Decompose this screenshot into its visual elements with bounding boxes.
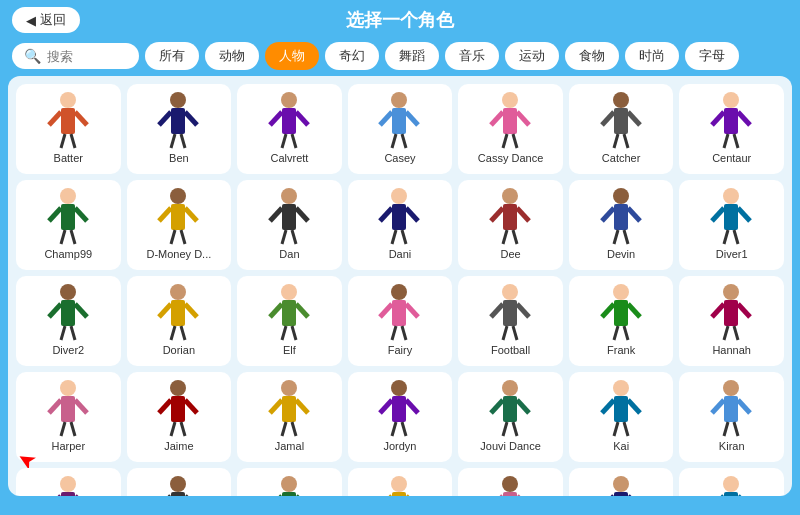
sprite-card[interactable]: Casey [348, 84, 453, 174]
svg-line-71 [513, 230, 517, 244]
filter-btn-fantasy[interactable]: 奇幻 [325, 42, 379, 70]
svg-line-89 [71, 326, 75, 340]
sprite-figure [481, 90, 541, 150]
sprite-card[interactable]: Champ99 [16, 180, 121, 270]
svg-line-20 [380, 112, 392, 125]
sprite-figure [259, 186, 319, 246]
svg-line-107 [402, 326, 406, 340]
svg-rect-67 [503, 204, 517, 230]
svg-point-102 [391, 284, 407, 300]
svg-rect-187 [392, 492, 406, 496]
sprite-card[interactable]: Catcher [569, 84, 674, 174]
sprite-card[interactable]: Cassy Dance [458, 84, 563, 174]
svg-point-156 [613, 380, 629, 396]
svg-line-17 [292, 134, 296, 148]
svg-line-47 [71, 230, 75, 244]
sprite-card[interactable]: Jamal [237, 372, 342, 462]
sprite-card[interactable]: Kai [569, 372, 674, 462]
svg-rect-199 [614, 492, 628, 496]
sprite-grid-container[interactable]: Batter Ben Calvrett Casey Cassy Dance Ca [8, 76, 792, 496]
sprite-card[interactable]: Dani [348, 180, 453, 270]
sprite-card[interactable]: Devin [569, 180, 674, 270]
svg-rect-43 [61, 204, 75, 230]
sprite-card[interactable]: Batter [16, 84, 121, 174]
sprite-card[interactable]: Dan [237, 180, 342, 270]
svg-line-69 [517, 208, 529, 221]
svg-point-174 [170, 476, 186, 492]
sprite-card[interactable]: Sprite3 [237, 468, 342, 496]
sprite-card[interactable]: Football [458, 276, 563, 366]
svg-point-66 [502, 188, 518, 204]
sprite-card[interactable]: Dee [458, 180, 563, 270]
sprite-card[interactable]: Jordyn [348, 372, 453, 462]
filter-btn-sports[interactable]: 运动 [505, 42, 559, 70]
sprite-figure [481, 474, 541, 496]
sprite-figure [259, 90, 319, 150]
svg-line-159 [628, 400, 640, 413]
sprite-card[interactable]: Sprite4 [348, 468, 453, 496]
svg-rect-1 [61, 108, 75, 134]
sprite-card[interactable]: Sprite6 [569, 468, 674, 496]
svg-line-135 [185, 400, 197, 413]
sprite-card[interactable]: Dorian [127, 276, 232, 366]
svg-line-95 [181, 326, 185, 340]
sprite-card[interactable]: Centaur [679, 84, 784, 174]
sprite-name-label: Frank [607, 344, 635, 356]
svg-point-138 [281, 380, 297, 396]
svg-line-110 [491, 304, 503, 317]
svg-line-83 [734, 230, 738, 244]
svg-point-108 [502, 284, 518, 300]
sprite-card[interactable]: Sprite2 [127, 468, 232, 496]
sprite-card[interactable]: Calvrett [237, 84, 342, 174]
svg-point-48 [170, 188, 186, 204]
svg-line-158 [602, 400, 614, 413]
sprite-card[interactable]: Frank [569, 276, 674, 366]
svg-line-46 [61, 230, 65, 244]
sprite-card[interactable]: Elf [237, 276, 342, 366]
filter-btn-dance[interactable]: 舞蹈 [385, 42, 439, 70]
svg-point-162 [723, 380, 739, 396]
filter-btn-people[interactable]: 人物 [265, 42, 319, 70]
svg-line-21 [406, 112, 418, 125]
filter-btn-letters[interactable]: 字母 [685, 42, 739, 70]
sprite-name-label: Dani [389, 248, 412, 260]
sprite-card[interactable]: Harper➤ [16, 372, 121, 462]
svg-line-124 [724, 326, 728, 340]
sprite-card[interactable]: Jouvi Dance [458, 372, 563, 462]
sprite-card[interactable]: Sprite5 [458, 468, 563, 496]
svg-point-204 [723, 476, 739, 492]
sprite-card[interactable]: Diver1 [679, 180, 784, 270]
svg-rect-13 [282, 108, 296, 134]
filter-btn-music[interactable]: 音乐 [445, 42, 499, 70]
svg-point-42 [60, 188, 76, 204]
sprite-card[interactable]: Kiran [679, 372, 784, 462]
filter-btn-fashion[interactable]: 时尚 [625, 42, 679, 70]
sprite-card[interactable]: Sprite1 [16, 468, 121, 496]
sprite-card[interactable]: Diver2 [16, 276, 121, 366]
svg-line-4 [61, 134, 65, 148]
sprite-card[interactable]: Sprite7 [679, 468, 784, 496]
sprite-card[interactable]: Ben [127, 84, 232, 174]
sprite-figure [38, 474, 98, 496]
svg-line-58 [282, 230, 286, 244]
sprite-figure [38, 90, 98, 150]
svg-line-51 [185, 208, 197, 221]
svg-line-2 [49, 112, 61, 125]
sprite-name-label: Diver2 [52, 344, 84, 356]
filter-btn-animals[interactable]: 动物 [205, 42, 259, 70]
sprite-figure [149, 378, 209, 438]
sprite-figure [702, 186, 762, 246]
sprite-card[interactable]: Hannah [679, 276, 784, 366]
svg-line-40 [724, 134, 728, 148]
sprite-card[interactable]: Fairy [348, 276, 453, 366]
back-button[interactable]: ◀ 返回 [12, 7, 80, 33]
sprite-card[interactable]: D-Money D... [127, 180, 232, 270]
search-input[interactable] [47, 49, 127, 64]
search-box[interactable]: 🔍 [12, 43, 139, 69]
filter-btn-all[interactable]: 所有 [145, 42, 199, 70]
svg-point-36 [723, 92, 739, 108]
sprite-name-label: Diver1 [716, 248, 748, 260]
sprite-name-label: Fairy [388, 344, 412, 356]
sprite-card[interactable]: Jaime [127, 372, 232, 462]
filter-btn-food[interactable]: 食物 [565, 42, 619, 70]
